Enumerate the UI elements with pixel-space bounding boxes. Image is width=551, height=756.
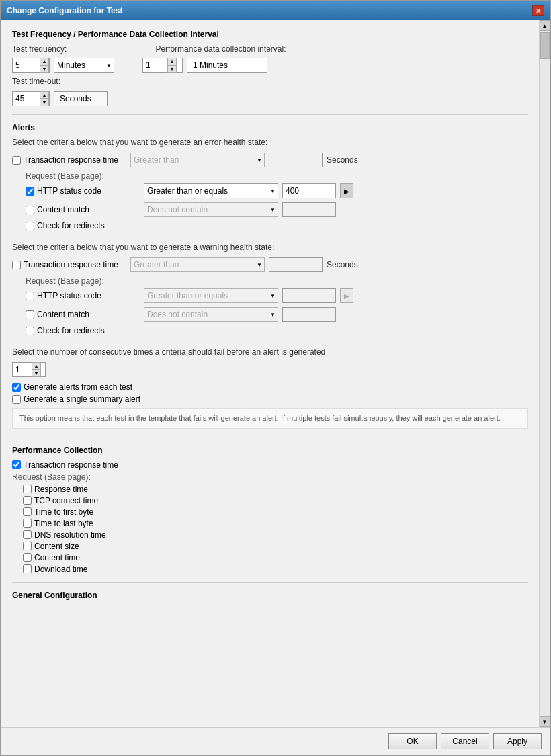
warning-redirect-checkbox[interactable] bbox=[26, 327, 34, 335]
error-content-value[interactable] bbox=[282, 202, 336, 217]
perf-content-size-row: Content size bbox=[12, 542, 528, 551]
error-content-checkbox[interactable] bbox=[26, 206, 34, 214]
alerts-section: Alerts Select the criteria below that yo… bbox=[12, 123, 528, 429]
frequency-spinner[interactable]: ▲ ▼ bbox=[12, 58, 50, 73]
timeout-down-btn[interactable]: ▼ bbox=[40, 99, 49, 106]
perf-up-btn[interactable]: ▲ bbox=[167, 58, 177, 65]
perf-dns-checkbox[interactable] bbox=[23, 530, 32, 539]
frequency-unit-wrapper: Minutes Hours ▼ bbox=[54, 58, 114, 73]
ok-button[interactable]: OK bbox=[388, 733, 437, 749]
error-transaction-value[interactable] bbox=[269, 153, 323, 167]
perf-transaction-row: Transaction response time bbox=[12, 460, 528, 470]
warning-transaction-checkbox[interactable] bbox=[12, 261, 21, 269]
generate-each-label: Generate alerts from each test bbox=[24, 382, 132, 392]
frequency-label: Test frequency: bbox=[12, 44, 67, 54]
frequency-unit-select[interactable]: Minutes Hours bbox=[54, 58, 114, 73]
close-button[interactable]: ✕ bbox=[532, 5, 544, 16]
scrollbar-thumb[interactable] bbox=[540, 32, 550, 59]
error-content-check-label: Content match bbox=[26, 205, 140, 214]
error-http-arrow-btn[interactable]: ▶ bbox=[340, 183, 353, 198]
error-content-op-select[interactable]: Does not contain bbox=[144, 202, 278, 217]
timeout-spin-buttons: ▲ ▼ bbox=[40, 91, 49, 106]
consecutive-up-btn[interactable]: ▲ bbox=[32, 362, 41, 370]
error-content-row: Content match Does not contain ▼ bbox=[12, 202, 528, 217]
perf-transaction-checkbox[interactable] bbox=[12, 460, 21, 469]
error-http-label: HTTP status code bbox=[37, 186, 101, 196]
error-redirect-checkbox[interactable] bbox=[26, 222, 34, 230]
consecutive-text: Select the number of consecutive times a… bbox=[12, 347, 528, 357]
generate-summary-checkbox[interactable] bbox=[12, 395, 21, 404]
warning-content-op-select[interactable]: Does not contain bbox=[144, 307, 278, 322]
apply-button[interactable]: Apply bbox=[493, 733, 542, 749]
scrollbar-down-btn[interactable]: ▼ bbox=[540, 716, 550, 727]
error-transaction-op-select[interactable]: Greater than bbox=[130, 153, 265, 167]
error-http-op-select[interactable]: Greater than Greater than or equals Less… bbox=[144, 183, 278, 198]
perf-dns-label: DNS resolution time bbox=[34, 530, 106, 540]
generate-summary-row: Generate a single summary alert bbox=[12, 394, 528, 404]
scrollbar-up-btn[interactable]: ▲ bbox=[540, 20, 550, 31]
perf-interval-input[interactable] bbox=[143, 58, 167, 72]
performance-section-title: Performance Collection bbox=[12, 446, 528, 455]
error-redirect-row: Check for redirects bbox=[12, 221, 528, 230]
frequency-up-btn[interactable]: ▲ bbox=[40, 58, 49, 65]
warning-transaction-op-wrapper: Greater than ▼ bbox=[130, 257, 265, 272]
timeout-unit: Seconds bbox=[54, 91, 108, 106]
cancel-button[interactable]: Cancel bbox=[441, 733, 489, 749]
warning-redirect-row: Check for redirects bbox=[12, 326, 528, 335]
perf-transaction-label: Transaction response time bbox=[24, 460, 118, 470]
error-criteria-text: Select the criteria below that you want … bbox=[12, 138, 528, 147]
scrollbar[interactable]: ▲ ▼ bbox=[539, 20, 550, 727]
error-transaction-row: Transaction response time Greater than ▼… bbox=[12, 153, 528, 167]
perf-response-time-checkbox[interactable] bbox=[23, 485, 32, 493]
perf-content-time-row: Content time bbox=[12, 553, 528, 562]
warning-http-value[interactable] bbox=[282, 288, 336, 303]
generate-each-row: Generate alerts from each test bbox=[12, 382, 528, 392]
warning-transaction-check-label: Transaction response time bbox=[12, 260, 126, 269]
perf-download-label: Download time bbox=[34, 564, 87, 574]
error-http-checkbox[interactable] bbox=[26, 187, 34, 196]
error-transaction-checkbox[interactable] bbox=[12, 156, 21, 165]
warning-content-checkbox[interactable] bbox=[26, 310, 34, 319]
perf-download-checkbox[interactable] bbox=[23, 564, 32, 573]
perf-content-time-label: Content time bbox=[34, 553, 80, 562]
frequency-input[interactable] bbox=[13, 58, 40, 72]
timeout-up-btn[interactable]: ▲ bbox=[40, 91, 49, 99]
warning-http-op-select[interactable]: Greater than or equals bbox=[144, 288, 278, 303]
error-http-value[interactable] bbox=[282, 183, 336, 198]
generate-each-checkbox[interactable] bbox=[12, 383, 21, 392]
perf-interval-display: ▲ ▼ 1 Minutes bbox=[142, 58, 267, 73]
perf-tcp-checkbox[interactable] bbox=[23, 496, 32, 505]
frequency-down-btn[interactable]: ▼ bbox=[40, 65, 49, 73]
perf-first-byte-checkbox[interactable] bbox=[23, 507, 32, 516]
warning-http-op-wrapper: Greater than or equals ▼ bbox=[144, 288, 278, 303]
perf-content-time-checkbox[interactable] bbox=[23, 553, 32, 562]
warning-http-label: HTTP status code bbox=[37, 291, 101, 300]
consecutive-spinner[interactable]: ▲ ▼ bbox=[12, 362, 46, 377]
perf-content-size-checkbox[interactable] bbox=[23, 542, 32, 550]
consecutive-input[interactable] bbox=[13, 363, 32, 376]
perf-interval-spinner[interactable]: ▲ ▼ bbox=[142, 58, 183, 73]
warning-http-checkbox[interactable] bbox=[26, 292, 34, 300]
timeout-input[interactable] bbox=[13, 92, 40, 106]
perf-last-byte-label: Time to last byte bbox=[34, 519, 93, 528]
warning-http-arrow-btn[interactable]: ▶ bbox=[340, 288, 353, 303]
perf-last-byte-checkbox[interactable] bbox=[23, 519, 32, 528]
warning-http-row: HTTP status code Greater than or equals … bbox=[12, 288, 528, 303]
perf-response-time-row: Response time bbox=[12, 485, 528, 494]
frequency-spin-buttons: ▲ ▼ bbox=[40, 58, 49, 73]
title-bar: Change Configuration for Test ✕ bbox=[1, 1, 550, 20]
perf-spin-buttons: ▲ ▼ bbox=[167, 58, 177, 73]
warning-content-value[interactable] bbox=[282, 307, 336, 322]
consecutive-down-btn[interactable]: ▼ bbox=[32, 370, 41, 377]
perf-down-btn[interactable]: ▼ bbox=[167, 65, 177, 73]
dialog-title: Change Configuration for Test bbox=[7, 6, 122, 15]
warning-content-check-label: Content match bbox=[26, 310, 140, 319]
error-content-op-wrapper: Does not contain ▼ bbox=[144, 202, 278, 217]
performance-section: Performance Collection Transaction respo… bbox=[12, 446, 528, 574]
warning-transaction-op-select[interactable]: Greater than bbox=[130, 257, 265, 272]
error-redirect-label: Check for redirects bbox=[37, 221, 105, 230]
frequency-section: Test Frequency / Performance Data Collec… bbox=[12, 30, 528, 106]
warning-transaction-value[interactable] bbox=[269, 257, 323, 272]
timeout-spinner[interactable]: ▲ ▼ bbox=[12, 91, 50, 106]
perf-first-byte-label: Time to first byte bbox=[34, 507, 93, 517]
